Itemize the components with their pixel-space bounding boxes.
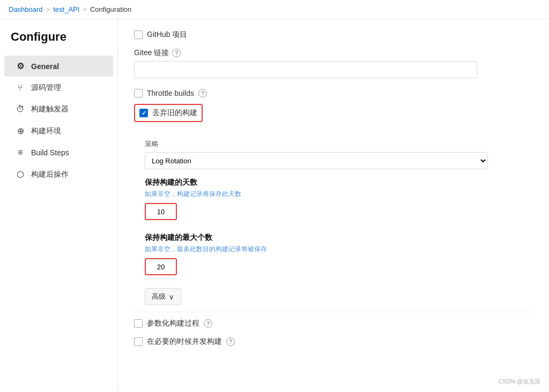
- days-title: 保持构建的天数: [145, 178, 533, 187]
- days-input[interactable]: [145, 203, 177, 220]
- param-row: 参数化构建过程 ?: [134, 319, 533, 328]
- max-field: 保持构建的最大个数 如果非空，最多此数目的构建记录将被保存: [145, 233, 533, 284]
- main-layout: Configure ⚙ General ⑂ 源码管理 ⏱ 构建触发器 ⊕ 构建环…: [0, 19, 549, 391]
- param-help-icon[interactable]: ?: [204, 319, 212, 328]
- sidebar-item-triggers[interactable]: ⏱ 构建触发器: [4, 99, 113, 119]
- concurrent-help-icon[interactable]: ?: [226, 337, 235, 346]
- strategy-label: 策略: [145, 139, 533, 149]
- max-title: 保持构建的最大个数: [145, 233, 533, 243]
- strategy-section: 策略 Log Rotation 保持构建的天数 如果非空，构建记录将保存此天数 …: [145, 139, 533, 305]
- sidebar-item-label-source: 源码管理: [31, 83, 61, 93]
- abandon-section: 丢弃旧的构建: [134, 104, 533, 131]
- globe-icon: ⊕: [15, 126, 26, 136]
- param-checkbox[interactable]: [134, 319, 143, 328]
- branch-icon: ⑂: [15, 83, 26, 93]
- github-label: GitHub 项目: [147, 30, 187, 40]
- throttle-row: Throttle builds ?: [134, 89, 533, 97]
- concurrent-label: 在必要的时候并发构建: [147, 337, 222, 346]
- breadcrumb-current: Configuration: [90, 5, 131, 13]
- sidebar-item-steps[interactable]: ≡ Build Steps: [4, 142, 113, 163]
- concurrent-row: 在必要的时候并发构建 ?: [134, 337, 533, 346]
- gitee-section: Gitee 链接 ?: [134, 48, 533, 78]
- box-icon: ⬡: [15, 169, 26, 179]
- sidebar-item-label-triggers: 构建触发器: [31, 104, 69, 114]
- max-hint: 如果非空，最多此数目的构建记录将被保存: [145, 245, 533, 254]
- advanced-button[interactable]: 高级 ∨: [145, 288, 181, 305]
- abandon-row: 丢弃旧的构建: [134, 104, 203, 122]
- gitee-label-text: Gitee 链接: [134, 48, 169, 58]
- throttle-checkbox[interactable]: [134, 89, 143, 97]
- breadcrumb-sep-2: >: [83, 5, 87, 13]
- sidebar-item-post[interactable]: ⬡ 构建后操作: [4, 164, 113, 185]
- days-field: 保持构建的天数 如果非空，构建记录将保存此天数: [145, 178, 533, 229]
- chevron-down-icon: ∨: [169, 293, 174, 301]
- strategy-select[interactable]: Log Rotation: [145, 152, 488, 169]
- footer-credit: CSDN @虫无涯: [499, 378, 540, 386]
- breadcrumb-sep-1: >: [46, 5, 50, 13]
- param-label: 参数化构建过程: [147, 319, 199, 328]
- sidebar-title: Configure: [0, 30, 117, 55]
- concurrent-checkbox[interactable]: [134, 337, 143, 346]
- gitee-help-icon[interactable]: ?: [172, 49, 181, 57]
- sidebar-item-env[interactable]: ⊕ 构建环境: [4, 120, 113, 141]
- gitee-input[interactable]: [134, 61, 477, 78]
- abandon-label: 丢弃旧的构建: [152, 108, 197, 118]
- sidebar-item-source[interactable]: ⑂ 源码管理: [4, 78, 113, 98]
- sidebar: Configure ⚙ General ⑂ 源码管理 ⏱ 构建触发器 ⊕ 构建环…: [0, 19, 118, 391]
- breadcrumb: Dashboard > test_API > Configuration: [0, 0, 549, 19]
- throttle-label: Throttle builds: [147, 89, 194, 97]
- list-icon: ≡: [15, 148, 26, 157]
- section-divider-1: [134, 312, 533, 312]
- gear-icon: ⚙: [15, 61, 26, 71]
- sidebar-item-label-post: 构建后操作: [31, 170, 69, 179]
- sidebar-item-label-steps: Build Steps: [31, 148, 69, 157]
- breadcrumb-dashboard[interactable]: Dashboard: [9, 5, 43, 13]
- max-input-wrapper: [145, 258, 177, 275]
- days-hint: 如果非空，构建记录将保存此天数: [145, 190, 533, 199]
- github-checkbox[interactable]: [134, 31, 143, 39]
- sidebar-item-label-general: General: [31, 62, 59, 71]
- clock-icon: ⏱: [15, 104, 26, 114]
- advanced-label: 高级: [152, 292, 166, 301]
- max-input[interactable]: [145, 258, 177, 275]
- sidebar-item-general[interactable]: ⚙ General: [4, 56, 113, 77]
- throttle-help-icon[interactable]: ?: [198, 89, 207, 97]
- gitee-field-label: Gitee 链接 ?: [134, 48, 533, 58]
- main-content: GitHub 项目 Gitee 链接 ? Throttle builds ? 丢…: [118, 19, 549, 391]
- sidebar-item-label-env: 构建环境: [31, 126, 61, 136]
- days-input-wrapper: [145, 203, 177, 220]
- github-row: GitHub 项目: [134, 30, 533, 40]
- abandon-checkbox[interactable]: [139, 109, 148, 117]
- breadcrumb-project[interactable]: test_API: [53, 5, 79, 13]
